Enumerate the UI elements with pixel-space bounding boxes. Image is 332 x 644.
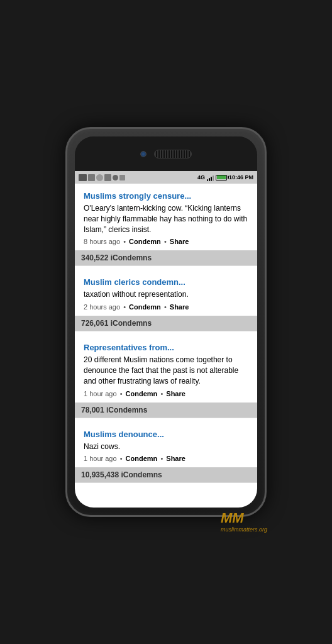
condemns-bar-1: 340,522 iCondemns	[75, 250, 257, 265]
status-bar: 4G 10:46 PM	[75, 171, 257, 184]
watermark: MM muslimmatters.org	[221, 510, 267, 533]
news-body-2: taxation without representation.	[84, 289, 248, 300]
news-item-3: Representatives from... 20 different Mus…	[75, 335, 257, 418]
news-item-1: Muslims strongly censure... O'Leary's la…	[75, 184, 257, 266]
news-title-4[interactable]: Muslims denounce...	[84, 430, 248, 439]
share-link-1[interactable]: Share	[170, 238, 189, 245]
status-icon-3	[96, 174, 103, 181]
signal-bar-4	[213, 175, 214, 181]
news-body-3: 20 different Muslim nations come togethe…	[84, 355, 248, 386]
condemns-count-1: 340,522 iCondemns	[81, 253, 152, 262]
bullet-1a: •	[123, 238, 126, 245]
camera	[140, 151, 147, 157]
condemns-bar-3: 78,001 iCondemns	[75, 402, 257, 418]
signal-bar-2	[209, 178, 210, 181]
phone-inner: 4G 10:46 PM Muslims strongly censure... …	[75, 136, 257, 508]
status-left-icons	[79, 174, 125, 181]
condemns-bar-4: 10,935,438 iCondemns	[75, 467, 257, 482]
battery-fill	[217, 175, 226, 179]
news-item-4: Muslims denounce... Nazi cows. 1 hour ag…	[75, 422, 257, 484]
news-time-2: 2 hours ago	[84, 303, 120, 311]
news-meta-3: 1 hour ago • Condemn • Share	[84, 390, 248, 397]
bullet-4a: •	[120, 455, 123, 462]
condemns-count-3: 78,001 iCondemns	[81, 406, 147, 414]
status-icon-5	[113, 175, 118, 180]
news-time-3: 1 hour ago	[84, 390, 117, 397]
bullet-4b: •	[160, 455, 163, 462]
speaker	[154, 150, 192, 158]
bullet-3a: •	[120, 390, 123, 397]
top-bezel	[75, 136, 257, 171]
news-title-1[interactable]: Muslims strongly censure...	[84, 191, 248, 201]
news-item-2: Muslim clerics condemn... taxation witho…	[75, 270, 257, 331]
time-display: 10:46 PM	[229, 174, 253, 180]
mm-logo: MM	[221, 510, 244, 526]
news-body-1: O'Leary's lantern-kicking cow. “Kicking …	[84, 203, 248, 235]
status-icon-6	[119, 175, 125, 180]
condemn-link-2[interactable]: Condemn	[129, 303, 161, 311]
share-link-4[interactable]: Share	[166, 455, 185, 462]
share-link-3[interactable]: Share	[166, 390, 185, 397]
news-meta-1: 8 hours ago • Condemn • Share	[84, 238, 248, 245]
status-right: 4G 10:46 PM	[197, 174, 253, 181]
news-body-4: Nazi cows.	[84, 441, 248, 452]
bullet-2a: •	[123, 303, 126, 311]
signal-bar-3	[211, 177, 212, 181]
condemn-link-4[interactable]: Condemn	[126, 455, 158, 462]
network-label: 4G	[197, 174, 205, 180]
condemns-count-4: 10,935,438 iCondemns	[81, 470, 162, 479]
news-meta-4: 1 hour ago • Condemn • Share	[84, 455, 248, 462]
condemns-count-2: 726,061 iCondemns	[81, 319, 152, 328]
bullet-2b: •	[164, 303, 167, 311]
condemns-bar-2: 726,061 iCondemns	[75, 316, 257, 331]
news-title-2[interactable]: Muslim clerics condemn...	[84, 277, 248, 287]
bullet-1b: •	[164, 238, 167, 245]
condemn-link-1[interactable]: Condemn	[129, 238, 161, 245]
phone-frame: 4G 10:46 PM Muslims strongly censure... …	[65, 127, 267, 517]
status-icon-1	[79, 174, 87, 181]
news-meta-2: 2 hours ago • Condemn • Share	[84, 303, 248, 311]
news-time-4: 1 hour ago	[84, 455, 117, 462]
news-title-3[interactable]: Representatives from...	[84, 343, 248, 352]
share-link-2[interactable]: Share	[170, 303, 189, 311]
condemn-link-3[interactable]: Condemn	[126, 390, 158, 397]
status-icon-2	[88, 174, 95, 181]
news-time-1: 8 hours ago	[84, 238, 120, 245]
watermark-url: muslimmatters.org	[221, 526, 267, 533]
screen-content[interactable]: Muslims strongly censure... O'Leary's la…	[75, 184, 257, 508]
battery-icon	[216, 175, 227, 180]
bullet-3b: •	[160, 390, 163, 397]
signal-bar-1	[207, 179, 208, 181]
status-icon-4	[104, 174, 111, 181]
signal-bars	[207, 174, 214, 181]
